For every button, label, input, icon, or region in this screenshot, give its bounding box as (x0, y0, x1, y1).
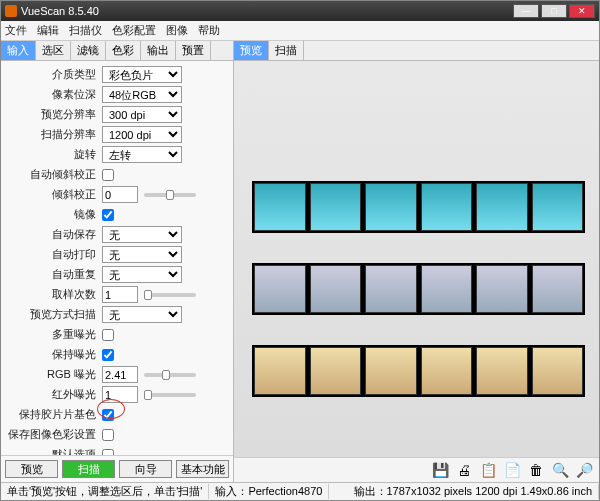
menu-help[interactable]: 帮助 (198, 23, 220, 38)
film-frame[interactable] (365, 347, 417, 395)
film-frame[interactable] (421, 347, 473, 395)
tab-color[interactable]: 色彩 (106, 41, 141, 60)
auto-skew-checkbox[interactable] (102, 169, 114, 181)
tab-filter[interactable]: 滤镜 (71, 41, 106, 60)
guide-button[interactable]: 向导 (119, 460, 172, 478)
zoom-in-icon[interactable]: 🔎 (575, 461, 593, 479)
irexp-label: 红外曝光 (7, 387, 102, 402)
options-panel: 介质类型彩色负片 像素位深48位RGB 预览分辨率300 dpi 扫描分辨率12… (1, 61, 233, 455)
skew-input[interactable] (102, 186, 138, 203)
tab-crop[interactable]: 选区 (36, 41, 71, 60)
rtab-preview[interactable]: 预览 (234, 41, 269, 60)
film-frame[interactable] (310, 183, 362, 231)
rotate-select[interactable]: 左转 (102, 146, 182, 163)
maximize-button[interactable]: □ (541, 4, 567, 18)
menu-image[interactable]: 图像 (166, 23, 188, 38)
status-input: 输入：Perfection4870 (209, 484, 329, 499)
tab-output[interactable]: 输出 (141, 41, 176, 60)
savecolor-checkbox[interactable] (102, 429, 114, 441)
left-panel: 输入 选区 滤镜 色彩 输出 预置 介质类型彩色负片 像素位深48位RGB 预览… (1, 41, 234, 482)
menu-color[interactable]: 色彩配置 (112, 23, 156, 38)
film-strip[interactable] (252, 345, 585, 397)
preview-area[interactable] (234, 61, 599, 457)
previewmode-label: 预览方式扫描 (7, 307, 102, 322)
film-frame[interactable] (532, 347, 584, 395)
window-title: VueScan 8.5.40 (21, 5, 511, 17)
preview-button[interactable]: 预览 (5, 460, 58, 478)
auto-skew-label: 自动倾斜校正 (7, 167, 102, 182)
skew-slider[interactable] (144, 193, 196, 197)
autorepeat-select[interactable]: 无 (102, 266, 182, 283)
toolbar: 💾 🖨 📋 📄 🗑 🔍 🔎 (234, 457, 599, 482)
bit-depth-select[interactable]: 48位RGB (102, 86, 182, 103)
skew-label: 倾斜校正 (7, 187, 102, 202)
film-frame[interactable] (365, 183, 417, 231)
titlebar: VueScan 8.5.40 — □ ✕ (1, 1, 599, 21)
close-button[interactable]: ✕ (569, 4, 595, 18)
film-frame[interactable] (254, 265, 306, 313)
autoprint-label: 自动打印 (7, 247, 102, 262)
film-frame[interactable] (532, 265, 584, 313)
multiexp-label: 多重曝光 (7, 327, 102, 342)
lockexp-label: 保持曝光 (7, 347, 102, 362)
rtab-scan[interactable]: 扫描 (269, 41, 304, 60)
autorepeat-label: 自动重复 (7, 267, 102, 282)
mirror-checkbox[interactable] (102, 209, 114, 221)
samples-input[interactable] (102, 286, 138, 303)
defaults-label: 默认选项 (7, 447, 102, 455)
status-bar: 单击'预览'按钮，调整选区后，单击'扫描' 输入：Perfection4870 … (1, 482, 599, 500)
menubar: 文件 编辑 扫描仪 色彩配置 图像 帮助 (1, 21, 599, 41)
tab-prefs[interactable]: 预置 (176, 41, 211, 60)
film-frame[interactable] (254, 347, 306, 395)
irexp-slider[interactable] (144, 393, 196, 397)
lockexp-checkbox[interactable] (102, 349, 114, 361)
lockfilm-checkbox[interactable] (102, 409, 114, 421)
scan-button[interactable]: 扫描 (62, 460, 115, 478)
copy-icon[interactable]: 📋 (479, 461, 497, 479)
film-strip[interactable] (252, 181, 585, 233)
right-tabs: 预览 扫描 (234, 41, 599, 61)
media-type-label: 介质类型 (7, 67, 102, 82)
film-frame[interactable] (476, 265, 528, 313)
multiexp-checkbox[interactable] (102, 329, 114, 341)
save-icon[interactable]: 💾 (431, 461, 449, 479)
trash-icon[interactable]: 🗑 (527, 461, 545, 479)
film-frame[interactable] (421, 265, 473, 313)
film-frame[interactable] (421, 183, 473, 231)
film-strip[interactable] (252, 263, 585, 315)
samples-slider[interactable] (144, 293, 196, 297)
previewmode-select[interactable]: 无 (102, 306, 182, 323)
right-panel: 预览 扫描 💾 🖨 📋 📄 🗑 🔍 🔎 (234, 41, 599, 482)
film-frame[interactable] (476, 347, 528, 395)
print-icon[interactable]: 🖨 (455, 461, 473, 479)
rgbexp-input[interactable] (102, 366, 138, 383)
pdf-icon[interactable]: 📄 (503, 461, 521, 479)
preview-res-select[interactable]: 300 dpi (102, 106, 182, 123)
scan-res-select[interactable]: 1200 dpi (102, 126, 182, 143)
main: 输入 选区 滤镜 色彩 输出 预置 介质类型彩色负片 像素位深48位RGB 预览… (1, 41, 599, 482)
autosave-select[interactable]: 无 (102, 226, 182, 243)
tab-input[interactable]: 输入 (1, 41, 36, 60)
film-frame[interactable] (310, 347, 362, 395)
film-frame[interactable] (365, 265, 417, 313)
lockfilm-label: 保持胶片片基色 (7, 407, 102, 422)
minimize-button[interactable]: — (513, 4, 539, 18)
autoprint-select[interactable]: 无 (102, 246, 182, 263)
film-frame[interactable] (476, 183, 528, 231)
irexp-input[interactable] (102, 386, 138, 403)
left-buttons: 预览 扫描 向导 基本功能 (1, 455, 233, 482)
media-type-select[interactable]: 彩色负片 (102, 66, 182, 83)
app-icon (5, 5, 17, 17)
basic-button[interactable]: 基本功能 (176, 460, 229, 478)
film-frame[interactable] (532, 183, 584, 231)
defaults-checkbox[interactable] (102, 449, 114, 456)
zoom-out-icon[interactable]: 🔍 (551, 461, 569, 479)
menu-scanner[interactable]: 扫描仪 (69, 23, 102, 38)
menu-file[interactable]: 文件 (5, 23, 27, 38)
film-frame[interactable] (254, 183, 306, 231)
autosave-label: 自动保存 (7, 227, 102, 242)
rgbexp-slider[interactable] (144, 373, 196, 377)
film-frame[interactable] (310, 265, 362, 313)
rgbexp-label: RGB 曝光 (7, 367, 102, 382)
menu-edit[interactable]: 编辑 (37, 23, 59, 38)
